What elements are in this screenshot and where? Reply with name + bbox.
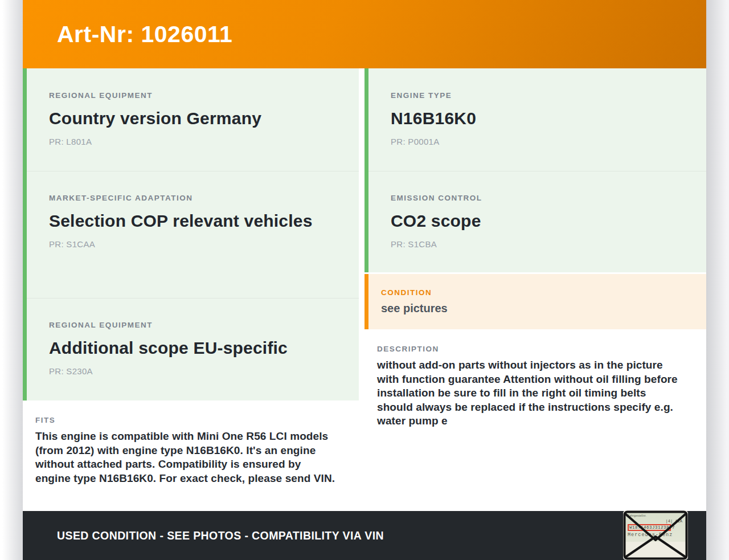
- spec-pr-code: PR: S1CBA: [391, 239, 690, 249]
- spec-label: ENGINE TYPE: [391, 91, 690, 100]
- footer-banner-text: USED CONDITION - SEE PHOTOS - COMPATIBIL…: [57, 529, 384, 542]
- fits-text: This engine is compatible with Mini One …: [35, 430, 337, 485]
- spec-card-regional-equipment-2: REGIONAL EQUIPMENT Additional scope EU-s…: [23, 298, 359, 400]
- spec-card-regional-equipment-1: REGIONAL EQUIPMENT Country version Germa…: [23, 68, 359, 171]
- footer-bar: USED CONDITION - SEE PHOTOS - COMPATIBIL…: [23, 511, 706, 560]
- spec-label: REGIONAL EQUIPMENT: [49, 91, 343, 100]
- spec-value: Selection COP relevant vehicles: [49, 209, 343, 234]
- spec-label: MARKET-SPECIFIC ADAPTATION: [49, 194, 343, 202]
- page-left-margin: [0, 0, 23, 560]
- article-number-title: Art-Nr: 1026011: [57, 21, 232, 48]
- spec-pr-code: PR: S1CAA: [49, 239, 343, 249]
- condition-value: see pictures: [381, 302, 690, 315]
- description-section: DESCRIPTION without add-on parts without…: [364, 329, 706, 511]
- article-header: Art-Nr: 1026011: [23, 0, 706, 68]
- condition-card: CONDITION see pictures: [364, 274, 706, 329]
- spec-pr-code: PR: S230A: [49, 366, 343, 376]
- spec-column-right: ENGINE TYPE N16B16K0 PR: P0001A EMISSION…: [364, 68, 706, 511]
- spec-value: N16B16K0: [391, 106, 690, 131]
- spec-column-left: REGIONAL EQUIPMENT Country version Germa…: [23, 68, 359, 511]
- envelope-icon: [623, 510, 688, 560]
- spec-label: REGIONAL EQUIPMENT: [49, 321, 343, 329]
- fits-section: FITS This engine is compatible with Mini…: [23, 400, 359, 511]
- spec-pr-code: PR: L801A: [49, 137, 343, 146]
- spec-card-engine-type: ENGINE TYPE N16B16K0 PR: P0001A: [364, 68, 706, 171]
- spec-card-emission-control: EMISSION CONTROL CO2 scope PR: S1CBA: [364, 171, 706, 272]
- spec-pr-code: PR: P0001A: [391, 137, 690, 146]
- spec-label: EMISSION CONTROL: [391, 194, 690, 202]
- spec-value: Country version Germany: [49, 106, 343, 131]
- condition-label: CONDITION: [381, 288, 690, 297]
- fits-label: FITS: [35, 416, 337, 424]
- vin-envelope-image: Fahrgestellnr. |4| AiA W1871463J31238 7 …: [623, 510, 688, 560]
- spec-value: Additional scope EU-specific: [49, 336, 343, 361]
- page-right-margin: [706, 0, 729, 560]
- spec-card-market-adaptation: MARKET-SPECIFIC ADAPTATION Selection COP…: [23, 171, 359, 298]
- spec-value: CO2 scope: [391, 209, 690, 234]
- description-text: without add-on parts without injectors a…: [377, 358, 685, 428]
- description-label: DESCRIPTION: [377, 345, 685, 353]
- listing-sheet: Art-Nr: 1026011 REGIONAL EQUIPMENT Count…: [23, 0, 706, 560]
- spec-columns: REGIONAL EQUIPMENT Country version Germa…: [23, 68, 706, 511]
